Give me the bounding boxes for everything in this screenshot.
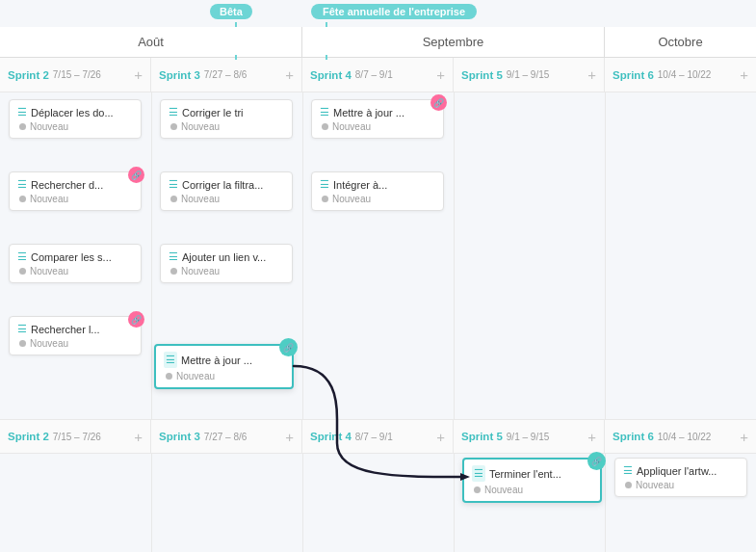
card-title: Terminer l'ent... <box>489 468 592 480</box>
card-status: Nouveau <box>332 121 371 132</box>
card-icon: ☰ <box>17 250 27 263</box>
card-icon: ☰ <box>17 178 27 191</box>
beta-badge: Bêta <box>210 4 252 19</box>
card-status: Nouveau <box>30 194 68 204</box>
card-icon: ☰ <box>320 106 329 118</box>
card-title: Intégrer à... <box>333 179 435 191</box>
card-mettre-a-jour-2[interactable]: ☰ Mettre à jour ... 🔗 Nouveau <box>154 344 294 389</box>
sprint-6-dates: 10/4 – 10/22 <box>658 69 712 80</box>
card-status: Nouveau <box>181 194 220 204</box>
link-badge-pink: 🔗 <box>430 94 447 111</box>
sprint-3-dates: 7/27 – 8/6 <box>204 69 247 80</box>
card-ajouter-lien[interactable]: ☰ Ajouter un lien v... Nouveau <box>160 244 293 283</box>
card-title: Appliquer l'artw... <box>637 465 739 477</box>
sprint-4b-header: Sprint 4 8/7 – 9/1 + <box>302 420 454 453</box>
card-title: Comparer les s... <box>31 251 133 263</box>
card-icon: ☰ <box>472 465 485 482</box>
sprint-5b-header: Sprint 5 9/1 – 9/15 + <box>454 420 605 453</box>
card-icon: ☰ <box>17 106 27 118</box>
card-icon: ☰ <box>320 178 329 191</box>
card-mettre-a-jour-1[interactable]: ☰ Mettre à jour ... 🔗 Nouveau <box>311 99 444 139</box>
sprint-4-name: Sprint 4 <box>310 69 352 81</box>
link-badge-pink: 🔗 <box>128 311 144 328</box>
sprint-4-header: Sprint 4 8/7 – 9/1 + <box>302 58 454 92</box>
sprint-3-header: Sprint 3 7/27 – 8/6 + <box>151 58 302 92</box>
card-rechercher-2[interactable]: ☰ Rechercher l... 🔗 Nouveau <box>9 316 142 355</box>
card-title: Ajouter un lien v... <box>182 251 284 263</box>
sprint-4b-name: Sprint 4 <box>310 431 352 442</box>
card-status: Nouveau <box>176 371 215 381</box>
card-status: Nouveau <box>30 338 68 349</box>
card-title: Corriger la filtra... <box>182 179 284 191</box>
card-title: Mettre à jour ... <box>333 107 435 118</box>
sprint-6b-header: Sprint 6 10/4 – 10/22 + <box>605 420 756 453</box>
card-title: Mettre à jour ... <box>181 355 284 366</box>
sprint-6-name: Sprint 6 <box>613 69 654 81</box>
sprint-5-header: Sprint 5 9/1 – 9/15 + <box>454 58 605 92</box>
month-octobre: Octobre <box>605 27 756 57</box>
sprint-3b-add[interactable]: + <box>285 429 294 445</box>
link-badge-pink: 🔗 <box>128 167 144 183</box>
card-title: Rechercher d... <box>31 179 133 191</box>
card-icon: ☰ <box>169 250 178 263</box>
sprint-6-header: Sprint 6 10/4 – 10/22 + <box>605 58 756 92</box>
card-status: Nouveau <box>30 266 68 276</box>
sprint-3b-dates: 7/27 – 8/6 <box>204 432 247 442</box>
link-badge-green-1: 🔗 <box>279 338 298 356</box>
sprint-4b-add[interactable]: + <box>436 429 445 445</box>
card-icon: ☰ <box>164 352 177 368</box>
card-status: Nouveau <box>484 485 523 495</box>
sprint-2-add[interactable]: + <box>134 66 143 83</box>
card-corriger-tri[interactable]: ☰ Corriger le tri Nouveau <box>160 99 293 139</box>
sprint-5-add[interactable]: + <box>587 66 596 83</box>
sprint-5b-name: Sprint 5 <box>461 431 503 442</box>
sprint-6b-dates: 10/4 – 10/22 <box>658 432 712 442</box>
card-terminer[interactable]: ☰ Terminer l'ent... 🔗 Nouveau <box>462 458 602 503</box>
sprint-3b-name: Sprint 3 <box>159 431 200 442</box>
card-status: Nouveau <box>332 194 371 204</box>
card-corriger-filtra[interactable]: ☰ Corriger la filtra... Nouveau <box>160 171 293 211</box>
sprint-4b-dates: 8/7 – 9/1 <box>355 432 393 442</box>
card-icon: ☰ <box>169 178 178 191</box>
sprint-3b-header: Sprint 3 7/27 – 8/6 + <box>151 420 302 453</box>
card-integrer[interactable]: ☰ Intégrer à... Nouveau <box>311 171 444 211</box>
sprint-6-add[interactable]: + <box>740 66 748 83</box>
card-status: Nouveau <box>636 480 674 490</box>
sprint-4-add[interactable]: + <box>436 66 445 83</box>
sprint-6b-add[interactable]: + <box>740 429 748 445</box>
sprint-2b-dates: 7/15 – 7/26 <box>53 432 101 442</box>
sprint-2-header: Sprint 2 7/15 – 7/26 + <box>0 58 151 92</box>
sprint-5b-add[interactable]: + <box>587 429 596 445</box>
sprint-2b-add[interactable]: + <box>134 429 143 445</box>
sprint-4-dates: 8/7 – 9/1 <box>355 69 393 80</box>
card-status: Nouveau <box>181 266 220 276</box>
sprint-5-dates: 9/1 – 9/15 <box>507 69 549 80</box>
card-deplacer[interactable]: ☰ Déplacer les do... Nouveau <box>9 99 142 139</box>
card-status: Nouveau <box>30 121 68 132</box>
card-icon: ☰ <box>623 464 633 477</box>
month-septembre: Septembre <box>302 27 605 57</box>
card-title: Corriger le tri <box>182 107 284 118</box>
sprint-2b-name: Sprint 2 <box>8 431 49 442</box>
card-title: Rechercher l... <box>31 324 133 335</box>
card-icon: ☰ <box>169 106 178 118</box>
card-icon: ☰ <box>17 323 27 335</box>
sprint-3-add[interactable]: + <box>285 66 294 83</box>
sprint-5-name: Sprint 5 <box>461 69 503 81</box>
card-title: Déplacer les do... <box>31 107 133 118</box>
month-aout: Août <box>0 27 302 57</box>
fete-badge: Fête annuelle de l'entreprise <box>311 4 477 19</box>
card-status: Nouveau <box>181 121 220 132</box>
sprint-2b-header: Sprint 2 7/15 – 7/26 + <box>0 420 151 453</box>
sprint-5b-dates: 9/1 – 9/15 <box>507 432 549 442</box>
sprint-3-name: Sprint 3 <box>159 69 200 81</box>
card-comparer[interactable]: ☰ Comparer les s... Nouveau <box>9 244 142 283</box>
link-badge-green-2: 🔗 <box>587 452 606 470</box>
sprint-2-dates: 7/15 – 7/26 <box>53 69 101 80</box>
sprint-2-name: Sprint 2 <box>8 69 49 81</box>
card-rechercher-1[interactable]: ☰ Rechercher d... 🔗 Nouveau <box>9 171 142 211</box>
sprint-6b-name: Sprint 6 <box>613 431 654 442</box>
card-appliquer[interactable]: ☰ Appliquer l'artw... Nouveau <box>614 458 747 497</box>
